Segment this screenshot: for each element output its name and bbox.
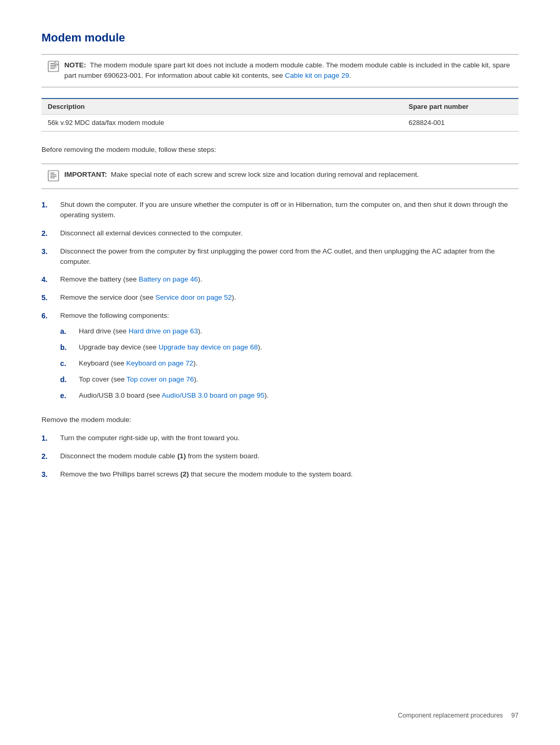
row-spare-part: 628824-001 [409,119,512,126]
sub-step-letter-b: b. [60,342,73,353]
sub-step-content-a: Hard drive (see Hard drive on page 63). [79,326,519,337]
modem-step-content-3: Remove the two Phillips barrel screws (2… [60,469,519,480]
modem-step-2: 2. Disconnect the modem module cable (1)… [41,451,519,462]
sub-steps-list: a. Hard drive (see Hard drive on page 63… [60,326,519,401]
top-cover-link[interactable]: Top cover on page 76 [127,375,194,383]
step-item-6: 6. Remove the following components: a. H… [41,311,519,406]
sub-step-d: d. Top cover (see Top cover on page 76). [60,374,519,385]
sub-step-letter-c: c. [60,358,73,369]
important-icon [48,170,59,183]
modem-step-3: 3. Remove the two Phillips barrel screws… [41,469,519,480]
step-number-2: 2. [41,228,54,239]
cable-kit-link[interactable]: Cable kit on page 29 [285,72,349,79]
sub-step-c: c. Keyboard (see Keyboard on page 72). [60,358,519,369]
hard-drive-link[interactable]: Hard drive on page 63 [129,327,198,335]
svg-rect-0 [48,61,59,72]
step-item-5: 5. Remove the service door (see Service … [41,292,519,303]
modem-step-content-2: Disconnect the modem module cable (1) fr… [60,451,519,462]
col-description-header: Description [48,103,409,110]
svg-rect-3 [50,67,57,67]
note-text: NOTE: The modem module spare part kit do… [64,60,512,81]
note-box: NOTE: The modem module spare part kit do… [41,54,519,88]
note-icon [48,61,59,74]
step-content-3: Disconnect the power from the computer b… [60,246,519,268]
footer-section-text: Component replacement procedures [398,712,503,719]
sub-step-content-d: Top cover (see Top cover on page 76). [79,374,519,385]
step-number-5: 5. [41,292,54,303]
modem-steps-list: 1. Turn the computer right-side up, with… [41,433,519,480]
svg-rect-4 [50,68,55,69]
important-box: IMPORTANT: Make special note of each scr… [41,163,519,189]
step-item-3: 3. Disconnect the power from the compute… [41,246,519,268]
sub-step-a: a. Hard drive (see Hard drive on page 63… [60,326,519,337]
step-content-5: Remove the service door (see Service doo… [60,292,519,303]
footer-page-number: 97 [511,712,519,719]
step-number-6: 6. [41,311,54,406]
svg-rect-6 [50,173,54,174]
svg-rect-2 [50,65,57,66]
battery-link[interactable]: Battery on page 46 [139,275,198,283]
service-door-link[interactable]: Service door on page 52 [156,293,232,301]
sub-step-content-e: Audio/USB 3.0 board (see Audio/USB 3.0 b… [79,390,519,401]
row-description: 56k v.92 MDC data/fax modem module [48,119,409,126]
modem-step-content-1: Turn the computer right-side up, with th… [60,433,519,444]
step-number-4: 4. [41,274,54,285]
step-number-3: 3. [41,246,54,268]
prerequisite-steps-list: 1. Shut down the computer. If you are un… [41,200,519,406]
step-item-4: 4. Remove the battery (see Battery on pa… [41,274,519,285]
step-content-2: Disconnect all external devices connecte… [60,228,519,239]
step-content-4: Remove the battery (see Battery on page … [60,274,519,285]
sub-step-content-b: Upgrade bay device (see Upgrade bay devi… [79,342,519,353]
parts-table: Description Spare part number 56k v.92 M… [41,98,519,132]
sub-step-b: b. Upgrade bay device (see Upgrade bay d… [60,342,519,353]
remove-modem-label: Remove the modem module: [41,415,519,425]
sub-step-content-c: Keyboard (see Keyboard on page 72). [79,358,519,369]
step-number-1: 1. [41,200,54,221]
step-item-1: 1. Shut down the computer. If you are un… [41,200,519,221]
before-removing-text: Before removing the modem module, follow… [41,144,519,156]
sub-step-e: e. Audio/USB 3.0 board (see Audio/USB 3.… [60,390,519,401]
sub-step-letter-a: a. [60,326,73,337]
sub-step-letter-e: e. [60,390,73,401]
sub-step-letter-d: d. [60,374,73,385]
table-header: Description Spare part number [41,99,519,115]
modem-step-1: 1. Turn the computer right-side up, with… [41,433,519,444]
audio-usb-link[interactable]: Audio/USB 3.0 board on page 95 [162,391,264,399]
svg-rect-7 [50,175,57,175]
page-title: Modem module [41,31,519,45]
step-content-1: Shut down the computer. If you are unsur… [60,200,519,221]
col-spare-part-header: Spare part number [409,103,512,110]
svg-rect-5 [48,171,59,181]
upgrade-bay-link[interactable]: Upgrade bay device on page 68 [159,343,258,351]
step-content-6: Remove the following components: a. Hard… [60,311,519,406]
svg-rect-8 [50,176,57,177]
modem-step-number-3: 3. [41,469,54,480]
modem-step-number-2: 2. [41,451,54,462]
important-text: IMPORTANT: Make special note of each scr… [64,170,419,180]
modem-step-number-1: 1. [41,433,54,444]
keyboard-link[interactable]: Keyboard on page 72 [127,359,193,367]
svg-rect-9 [50,178,55,178]
table-row: 56k v.92 MDC data/fax modem module 62882… [41,115,519,131]
svg-rect-1 [50,63,54,64]
step-item-2: 2. Disconnect all external devices conne… [41,228,519,239]
page-footer: Component replacement procedures 97 [398,712,519,719]
